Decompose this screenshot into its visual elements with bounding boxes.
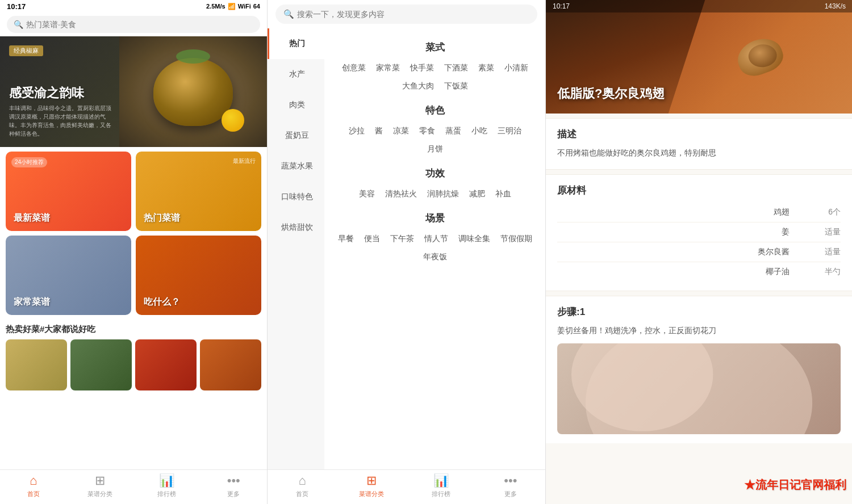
ingredient-amount-3: 适量 bbox=[807, 247, 841, 257]
step-1-content: 姜切丝备用！鸡翅洗净，控水，正反面切花刀 bbox=[557, 324, 841, 338]
tag-xiao[interactable]: 小吃 bbox=[469, 125, 490, 137]
ingredient-name-1: 鸡翅 bbox=[774, 207, 790, 217]
home-label: 首页 bbox=[27, 490, 40, 498]
hot-sub-label: 最新流行 bbox=[233, 157, 256, 165]
p2-search-input[interactable] bbox=[275, 5, 537, 24]
p3-scroll-content[interactable]: 描述 不用烤箱也能做好吃的奥尔良鸡翅，特别耐思 原材料 鸡翅 6个 姜 适量 奥… bbox=[546, 114, 852, 504]
ingredient-amount-1: 6个 bbox=[807, 207, 841, 217]
hero-title: 感受渝之韵味 bbox=[9, 85, 111, 102]
new-recipes-label: 最新菜谱 bbox=[14, 212, 50, 224]
ingredient-row-4: 椰子油 半勺 bbox=[557, 262, 841, 282]
more-icon: ••• bbox=[227, 473, 240, 488]
tag-valentine[interactable]: 情人节 bbox=[422, 233, 450, 245]
p2-categories-label: 菜谱分类 bbox=[359, 490, 384, 498]
tag-mooncake[interactable]: 月饼 bbox=[425, 143, 445, 156]
sidebar-item-hot[interactable]: 热门 bbox=[268, 28, 324, 59]
ingredient-name-3: 奥尔良酱 bbox=[758, 247, 790, 257]
lemon-decoration bbox=[222, 109, 244, 132]
tag-salad[interactable]: 沙拉 bbox=[346, 125, 367, 137]
tag-snack[interactable]: 零食 bbox=[417, 125, 437, 137]
categories-label: 菜谱分类 bbox=[87, 490, 112, 498]
p2-search-icon: 🔍 bbox=[283, 9, 294, 19]
tag-holiday[interactable]: 节假假期 bbox=[498, 233, 534, 245]
tags-special: 沙拉 酱 凉菜 零食 蒸蛋 小吃 三明治 月饼 bbox=[333, 125, 536, 156]
sidebar-item-seafood[interactable]: 水产 bbox=[268, 59, 324, 90]
tag-breakfast[interactable]: 早餐 bbox=[336, 233, 356, 245]
tag-veg[interactable]: 素菜 bbox=[476, 62, 496, 74]
section-title-special: 特色 bbox=[333, 104, 536, 117]
sidebar-item-baking[interactable]: 烘焙甜饮 bbox=[268, 212, 324, 243]
sidebar-item-flavor[interactable]: 口味特色 bbox=[268, 182, 324, 212]
search-input[interactable] bbox=[7, 16, 260, 33]
p3-hero-image: 低脂版?奥尔良鸡翅 bbox=[546, 0, 852, 114]
tag-bento[interactable]: 便当 bbox=[362, 233, 382, 245]
tag-newyear[interactable]: 年夜饭 bbox=[421, 251, 449, 263]
hero-banner[interactable]: 经典椒麻 感受渝之韵味 丰味调和，品味得令之遗。置厨彩底层顶调汉原菜概，只愿你才… bbox=[0, 36, 267, 147]
tag-cold[interactable]: 凉菜 bbox=[391, 125, 411, 137]
tag-light[interactable]: 小清新 bbox=[502, 62, 531, 74]
tag-lung[interactable]: 润肺抗燥 bbox=[425, 188, 461, 200]
panel-categories: 🔍 热门 水产 肉类 蛋奶豆 蔬菜水果 口味特色 烘焙甜饮 菜式 创意菜 家常菜… bbox=[267, 0, 545, 504]
sidebar-item-meat[interactable]: 肉类 bbox=[268, 90, 324, 120]
signal-icon: 📶 bbox=[228, 3, 236, 10]
ranking-icon: 📊 bbox=[159, 473, 174, 488]
what-to-eat-card[interactable]: 吃什么？ bbox=[136, 236, 261, 315]
more-label: 更多 bbox=[227, 490, 240, 498]
tag-bigfood[interactable]: 大鱼大肉 bbox=[400, 80, 436, 93]
food-item-1[interactable] bbox=[6, 339, 67, 390]
tag-afternoon-tea[interactable]: 下午茶 bbox=[388, 233, 416, 245]
nav-ranking[interactable]: 📊 排行榜 bbox=[133, 473, 201, 498]
tag-steamegg[interactable]: 蒸蛋 bbox=[443, 125, 463, 137]
p2-nav-more[interactable]: ••• 更多 bbox=[476, 473, 545, 498]
sidebar-item-veg-fruit[interactable]: 蔬菜水果 bbox=[268, 151, 324, 182]
tag-heat[interactable]: 清热祛火 bbox=[383, 188, 419, 200]
chicken-wing-illustration bbox=[733, 33, 787, 81]
ingredient-amount-4: 半勺 bbox=[807, 267, 841, 277]
tag-diet[interactable]: 减肥 bbox=[467, 188, 487, 200]
home-cooking-label: 家常菜谱 bbox=[14, 296, 50, 308]
watermark: ★流年日记官网福利 bbox=[744, 477, 846, 493]
p2-nav-home[interactable]: ⌂ 首页 bbox=[268, 473, 337, 498]
home-cooking-card[interactable]: 家常菜谱 bbox=[6, 236, 131, 315]
food-item-2[interactable] bbox=[70, 339, 132, 390]
section-title-effect: 功效 bbox=[333, 167, 536, 180]
tag-rice[interactable]: 下饭菜 bbox=[442, 80, 470, 93]
ingredient-name-4: 椰子油 bbox=[766, 267, 790, 277]
tag-sandwich[interactable]: 三明治 bbox=[495, 125, 524, 137]
tag-homestyle[interactable]: 家常菜 bbox=[374, 62, 402, 74]
nav-more[interactable]: ••• 更多 bbox=[201, 473, 268, 498]
nav-home[interactable]: ⌂ 首页 bbox=[0, 473, 67, 498]
description-content: 不用烤箱也能做好吃的奥尔良鸡翅，特别耐思 bbox=[557, 146, 841, 160]
tag-snack-drink[interactable]: 下酒菜 bbox=[442, 62, 470, 74]
tags-scene: 早餐 便当 下午茶 情人节 调味全集 节假假期 年夜饭 bbox=[333, 233, 536, 263]
p2-content-area: 热门 水产 肉类 蛋奶豆 蔬菜水果 口味特色 烘焙甜饮 菜式 创意菜 家常菜 快… bbox=[268, 28, 545, 469]
hot-recipes-card[interactable]: 最新流行 热门菜谱 bbox=[136, 152, 261, 231]
tag-sauce[interactable]: 酱 bbox=[373, 125, 385, 137]
section-title-dishes: 菜式 bbox=[333, 41, 536, 54]
categories-grid: 24小时推荐 最新菜谱 最新流行 热门菜谱 家常菜谱 吃什么？ bbox=[0, 147, 267, 320]
bottom-nav-categories: ⌂ 首页 ⊞ 菜谱分类 📊 排行榜 ••• 更多 bbox=[268, 469, 545, 504]
sidebar-item-egg-dairy[interactable]: 蛋奶豆 bbox=[268, 120, 324, 151]
wifi-icon: WiFi bbox=[238, 3, 251, 10]
p2-ranking-icon: 📊 bbox=[433, 473, 449, 488]
step-1-header: 步骤:1 bbox=[557, 305, 841, 318]
description-title: 描述 bbox=[557, 128, 841, 141]
p2-nav-ranking[interactable]: 📊 排行榜 bbox=[407, 473, 476, 498]
p2-nav-categories[interactable]: ⊞ 菜谱分类 bbox=[337, 473, 406, 498]
status-icons: 2.5M/s 📶 WiFi 64 bbox=[206, 3, 260, 10]
nav-categories[interactable]: ⊞ 菜谱分类 bbox=[67, 473, 134, 498]
p2-home-icon: ⌂ bbox=[298, 473, 306, 488]
search-icon: 🔍 bbox=[14, 20, 23, 29]
tag-quick[interactable]: 快手菜 bbox=[408, 62, 436, 74]
tag-blood[interactable]: 补血 bbox=[493, 188, 513, 200]
hero-badge: 经典椒麻 bbox=[9, 45, 43, 56]
new-recipes-card[interactable]: 24小时推荐 最新菜谱 bbox=[6, 152, 131, 231]
food-item-4[interactable] bbox=[200, 339, 261, 390]
panel-recipe-detail: 10:17 143K/s 低脂版?奥尔良鸡翅 描述 不用烤箱也能做好吃的奥尔良鸡… bbox=[545, 0, 852, 504]
tag-beauty[interactable]: 美容 bbox=[357, 188, 377, 200]
tag-seasoning[interactable]: 调味全集 bbox=[456, 233, 492, 245]
tag-creative[interactable]: 创意菜 bbox=[340, 62, 368, 74]
section-title-scene: 场景 bbox=[333, 212, 536, 225]
status-time: 10:17 bbox=[7, 2, 26, 11]
food-item-3[interactable] bbox=[135, 339, 197, 390]
